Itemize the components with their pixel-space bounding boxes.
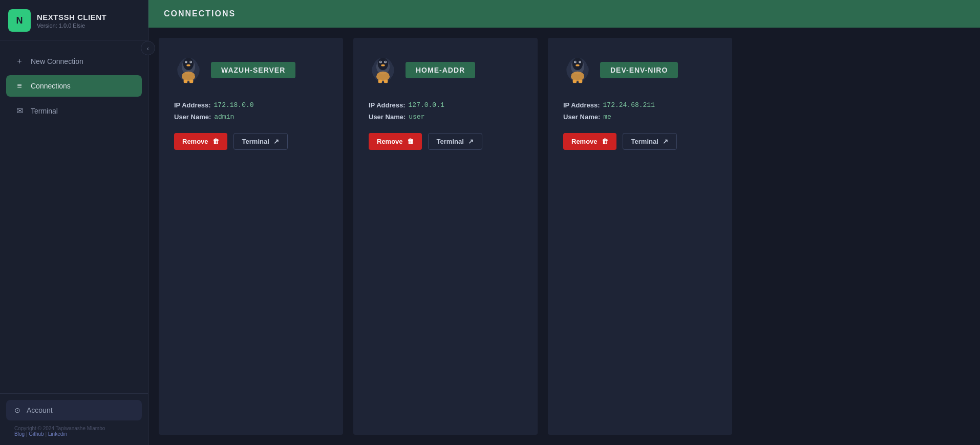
sidebar-bottom: ⊙ Account Copyright © 2024 Tapiwanashe M… xyxy=(0,393,148,445)
plus-icon: + xyxy=(14,57,25,66)
connections-icon: ≡ xyxy=(14,81,25,91)
user-value: admin xyxy=(214,113,234,121)
sidebar-item-terminal[interactable]: ✉ Terminal xyxy=(6,100,142,122)
svg-point-18 xyxy=(380,61,381,62)
svg-rect-36 xyxy=(579,80,582,83)
ip-row: IP Address: 172.18.0.0 xyxy=(174,101,328,109)
user-row: User Name: admin xyxy=(174,113,328,121)
app-title-block: NEXTSSH CLIENT Version: 1.0.0 Elsie xyxy=(37,13,106,29)
svg-point-34 xyxy=(571,72,584,81)
ip-label: IP Address: xyxy=(174,101,211,109)
terminal-icon: ✉ xyxy=(14,106,25,116)
ip-row: IP Address: 172.24.68.211 xyxy=(563,101,717,109)
github-link[interactable]: Github xyxy=(29,431,44,437)
app-logo: N xyxy=(8,9,31,32)
card-top: WAZUH-SERVER xyxy=(174,53,328,87)
ip-label: IP Address: xyxy=(563,101,600,109)
trash-icon: 🗑 xyxy=(602,138,608,145)
sidebar-item-label: Terminal xyxy=(31,107,58,115)
page-header: CONNECTIONS xyxy=(148,0,980,28)
svg-rect-9 xyxy=(184,80,187,83)
svg-point-8 xyxy=(182,72,195,81)
page-title: CONNECTIONS xyxy=(164,9,236,18)
svg-point-20 xyxy=(381,64,385,66)
app-version: Version: 1.0.0 Elsie xyxy=(37,23,106,29)
card-info-home: IP Address: 127.0.0.1 User Name: user xyxy=(369,101,522,121)
svg-rect-35 xyxy=(573,80,577,83)
svg-point-32 xyxy=(580,61,581,62)
connection-card-dev: DEV-ENV-NIRO IP Address: 172.24.68.211 U… xyxy=(548,38,732,435)
app-title: NEXTSSH CLIENT xyxy=(37,13,106,21)
card-actions-home: Remove 🗑 Terminal ↗ xyxy=(369,133,522,150)
remove-label: Remove xyxy=(377,138,403,145)
user-label: User Name: xyxy=(563,113,600,121)
connections-grid: WAZUH-SERVER IP Address: 172.18.0.0 User… xyxy=(148,28,980,445)
svg-point-5 xyxy=(185,61,186,62)
terminal-arrow-icon: ↗ xyxy=(663,138,668,145)
remove-button-home[interactable]: Remove 🗑 xyxy=(369,133,422,150)
remove-button-dev[interactable]: Remove 🗑 xyxy=(563,133,616,150)
sidebar-item-connections[interactable]: ≡ Connections xyxy=(6,75,142,97)
penguin-icon xyxy=(563,53,592,87)
user-row: User Name: user xyxy=(369,113,522,121)
trash-icon: 🗑 xyxy=(212,138,219,145)
user-value: me xyxy=(603,113,611,121)
terminal-label: Terminal xyxy=(437,138,464,145)
svg-point-19 xyxy=(385,61,386,62)
copyright-text: Copyright © 2024 Tapiwanashe Mlambo xyxy=(14,426,105,431)
svg-point-15 xyxy=(378,58,389,70)
connection-name-button-wazuh[interactable]: WAZUH-SERVER xyxy=(211,62,295,78)
terminal-label: Terminal xyxy=(631,138,658,145)
user-label: User Name: xyxy=(369,113,406,121)
sidebar: N NEXTSSH CLIENT Version: 1.0.0 Elsie ‹ … xyxy=(0,0,148,445)
card-actions-dev: Remove 🗑 Terminal ↗ xyxy=(563,133,717,150)
collapse-button[interactable]: ‹ xyxy=(141,41,155,55)
ip-label: IP Address: xyxy=(369,101,406,109)
connection-card-wazuh: WAZUH-SERVER IP Address: 172.18.0.0 User… xyxy=(159,38,343,435)
account-icon: ⊙ xyxy=(14,406,20,414)
terminal-button-wazuh[interactable]: Terminal ↗ xyxy=(233,133,288,150)
svg-rect-10 xyxy=(189,80,193,83)
svg-point-21 xyxy=(376,72,390,81)
ip-row: IP Address: 127.0.0.1 xyxy=(369,101,522,109)
sidebar-nav: + New Connection ≡ Connections ✉ Termina… xyxy=(0,40,148,393)
svg-point-31 xyxy=(574,61,576,62)
copyright: Copyright © 2024 Tapiwanashe Mlambo Blog… xyxy=(6,420,142,439)
remove-label: Remove xyxy=(571,138,598,145)
card-info-wazuh: IP Address: 172.18.0.0 User Name: admin xyxy=(174,101,328,121)
connection-card-home: HOME-ADDR IP Address: 127.0.0.1 User Nam… xyxy=(353,38,538,435)
remove-label: Remove xyxy=(182,138,208,145)
blog-link[interactable]: Blog xyxy=(14,431,25,437)
terminal-button-home[interactable]: Terminal ↗ xyxy=(428,133,482,150)
chevron-left-icon: ‹ xyxy=(147,44,149,52)
trash-icon: 🗑 xyxy=(407,138,414,145)
card-top: HOME-ADDR xyxy=(369,53,522,87)
sidebar-item-new-connection[interactable]: + New Connection xyxy=(6,51,142,72)
card-actions-wazuh: Remove 🗑 Terminal ↗ xyxy=(174,133,328,150)
terminal-arrow-icon: ↗ xyxy=(468,138,474,145)
account-label: Account xyxy=(27,406,53,414)
user-row: User Name: me xyxy=(563,113,717,121)
user-label: User Name: xyxy=(174,113,211,121)
sidebar-header: N NEXTSSH CLIENT Version: 1.0.0 Elsie xyxy=(0,0,148,40)
terminal-button-dev[interactable]: Terminal ↗ xyxy=(623,133,677,150)
ip-value: 172.18.0.0 xyxy=(214,101,254,109)
account-item[interactable]: ⊙ Account xyxy=(6,400,142,420)
svg-point-2 xyxy=(183,58,194,70)
linkedin-link[interactable]: Linkedin xyxy=(48,431,67,437)
connection-name-button-dev[interactable]: DEV-ENV-NIRO xyxy=(600,62,678,78)
svg-point-7 xyxy=(186,64,190,66)
card-info-dev: IP Address: 172.24.68.211 User Name: me xyxy=(563,101,717,121)
ip-value: 127.0.0.1 xyxy=(409,101,444,109)
terminal-arrow-icon: ↗ xyxy=(273,138,279,145)
sidebar-item-label: Connections xyxy=(31,82,71,90)
terminal-label: Terminal xyxy=(242,138,269,145)
remove-button-wazuh[interactable]: Remove 🗑 xyxy=(174,133,227,150)
penguin-icon xyxy=(369,53,397,87)
svg-point-33 xyxy=(576,64,579,66)
connection-name-button-home[interactable]: HOME-ADDR xyxy=(406,62,475,78)
ip-value: 172.24.68.211 xyxy=(603,101,655,109)
svg-rect-22 xyxy=(378,80,382,83)
sidebar-item-label: New Connection xyxy=(31,57,83,65)
svg-point-6 xyxy=(190,61,191,62)
